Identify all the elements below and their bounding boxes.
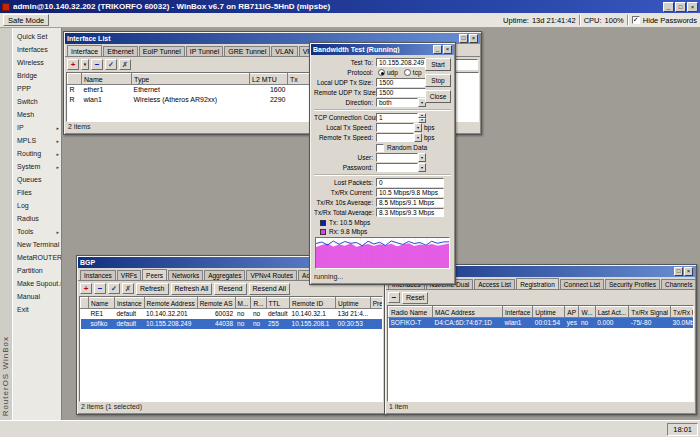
column-header-uptime[interactable]: Uptime [336, 298, 371, 309]
cell[interactable]: 30.0Mbps/27.0Mbps [671, 318, 694, 328]
chevron-down-icon[interactable]: ▾ [418, 163, 426, 172]
enable-button[interactable]: ✓ [105, 59, 117, 70]
sidebar-item-exit[interactable]: Exit [13, 303, 61, 316]
tab-connect-list[interactable]: Connect List [560, 279, 604, 289]
cell[interactable]: 5 [370, 309, 383, 319]
stop-button[interactable]: Stop [425, 74, 451, 87]
reset-button[interactable]: Reset [402, 292, 428, 304]
cell[interactable]: no [235, 319, 251, 329]
tab-access-list[interactable]: Access List [474, 279, 515, 289]
tab-peers[interactable]: Peers [142, 269, 167, 281]
sidebar-item-wireless[interactable]: Wireless [13, 56, 61, 69]
column-header-uptime[interactable]: Uptime [533, 307, 565, 318]
cell[interactable]: D4:CA:6D:74:67:1D [433, 318, 503, 328]
column-header-blank[interactable] [68, 74, 82, 85]
table-row[interactable]: RE1default10.140.32.20160032nonodefault1… [81, 309, 384, 319]
column-header-type[interactable]: Type [132, 74, 250, 85]
column-header-m[interactable]: M... [235, 298, 251, 309]
close-icon[interactable]: × [443, 45, 452, 54]
cell[interactable]: yes [565, 318, 579, 328]
tab-instances[interactable]: Instances [80, 270, 116, 280]
remove-button[interactable]: − [388, 292, 400, 303]
safe-mode-button[interactable]: Safe Mode [3, 14, 49, 26]
column-header-radio-name[interactable]: Radio Name [389, 307, 433, 318]
cell[interactable]: sofiko [89, 319, 115, 329]
column-header-name[interactable]: Name [82, 74, 132, 85]
cell[interactable]: default [266, 309, 290, 319]
cell[interactable]: 255 [266, 319, 290, 329]
add-button[interactable]: + [67, 59, 79, 70]
sidebar-item-radius[interactable]: Radius [13, 212, 61, 225]
maximize-icon[interactable]: □ [459, 34, 468, 43]
chevron-down-icon[interactable]: ▾ [414, 123, 422, 132]
sidebar-item-queues[interactable]: Queues [13, 173, 61, 186]
disable-button[interactable]: ✗ [122, 283, 134, 294]
close-icon[interactable]: × [684, 267, 693, 276]
refresh-button[interactable]: Refresh [136, 283, 169, 295]
sidebar-item-ppp[interactable]: PPP [13, 82, 61, 95]
column-header-prefix-co[interactable]: Prefix Co... [370, 298, 383, 309]
user-input[interactable] [376, 153, 418, 162]
cell[interactable]: R [68, 85, 82, 95]
column-header-interface[interactable]: Interface [503, 307, 533, 318]
minimize-icon[interactable]: _ [433, 45, 442, 54]
column-header-w[interactable]: W... [579, 307, 595, 318]
close-icon[interactable]: × [469, 34, 478, 43]
protocol-tcp-radio[interactable] [404, 69, 411, 76]
chevron-down-icon[interactable]: ▾ [414, 133, 422, 142]
cell[interactable]: -75/-80 [629, 318, 671, 328]
tab-aggregates[interactable]: Aggregates [204, 270, 245, 280]
column-header-tx-rx-signal[interactable]: Tx/Rx Signal [629, 307, 671, 318]
column-header-r[interactable]: R... [251, 298, 266, 309]
cell[interactable]: no [235, 309, 251, 319]
column-header-ap[interactable]: AP [565, 307, 579, 318]
local-tx-speed-input[interactable] [376, 123, 414, 132]
cell[interactable]: no [251, 319, 266, 329]
cell[interactable]: 0.000 [595, 318, 629, 328]
tab-networks[interactable]: Networks [168, 270, 203, 280]
cell[interactable]: 10.140.32.1 [290, 309, 336, 319]
maximize-icon[interactable]: □ [674, 267, 683, 276]
cell[interactable]: 13d 21:4... [336, 309, 371, 319]
start-button[interactable]: Start [425, 58, 451, 71]
tab-channels[interactable]: Channels [661, 279, 695, 289]
cell[interactable] [81, 319, 89, 329]
cell[interactable]: 10.155.208.249 [144, 319, 197, 329]
column-header-blank[interactable] [81, 298, 89, 309]
cell[interactable]: 00:30:53 [336, 319, 371, 329]
sidebar-item-interfaces[interactable]: Interfaces [13, 43, 61, 56]
refresh-all-button[interactable]: Refresh All [171, 283, 213, 295]
tcp-connection-count-input[interactable]: 1 [376, 113, 418, 122]
sidebar-item-manual[interactable]: Manual [13, 290, 61, 303]
column-header-tx-rx-rate[interactable]: Tx/Rx Rate [671, 307, 694, 318]
enable-button[interactable]: ✓ [108, 283, 120, 294]
sidebar-item-files[interactable]: Files [13, 186, 61, 199]
cell[interactable]: wlan1 [503, 318, 533, 328]
cell[interactable]: 1600 [250, 85, 288, 95]
minimize-icon[interactable]: _ [663, 2, 674, 12]
tab-vpnv4-routes[interactable]: VPNv4 Routes [246, 270, 297, 280]
maximize-icon[interactable]: □ [675, 2, 686, 12]
sidebar-item-metarouter[interactable]: MetaROUTER [13, 251, 61, 264]
random-data-checkbox[interactable] [376, 144, 384, 152]
remove-button[interactable]: − [94, 283, 106, 294]
chevron-down-icon[interactable]: ▾ [418, 153, 426, 162]
sidebar-item-mpls[interactable]: MPLS▸ [13, 134, 61, 147]
table-row[interactable]: SOFIKO-TD4:CA:6D:74:67:1Dwlan100:01:54ye… [389, 318, 695, 328]
cell[interactable]: 733 [370, 319, 383, 329]
column-header-remote-id[interactable]: Remote ID [290, 298, 336, 309]
tab-ip-tunnel[interactable]: IP Tunnel [186, 46, 223, 56]
cell[interactable]: wlan1 [82, 95, 132, 105]
column-header-last-act[interactable]: Last Act... [595, 307, 629, 318]
disable-button[interactable]: ✗ [119, 59, 131, 70]
sidebar-item-routing[interactable]: Routing▸ [13, 147, 61, 160]
cell[interactable]: default [115, 319, 145, 329]
column-header-remote-as[interactable]: Remote AS [197, 298, 235, 309]
cell[interactable]: 44038 [197, 319, 235, 329]
sidebar-item-partition[interactable]: Partition [13, 264, 61, 277]
close-icon[interactable]: × [687, 2, 698, 12]
sidebar-item-mesh[interactable]: Mesh [13, 108, 61, 121]
resend-button[interactable]: Resend [214, 283, 246, 295]
sidebar-item-ip[interactable]: IP▸ [13, 121, 61, 134]
column-header-name[interactable]: Name [89, 298, 115, 309]
